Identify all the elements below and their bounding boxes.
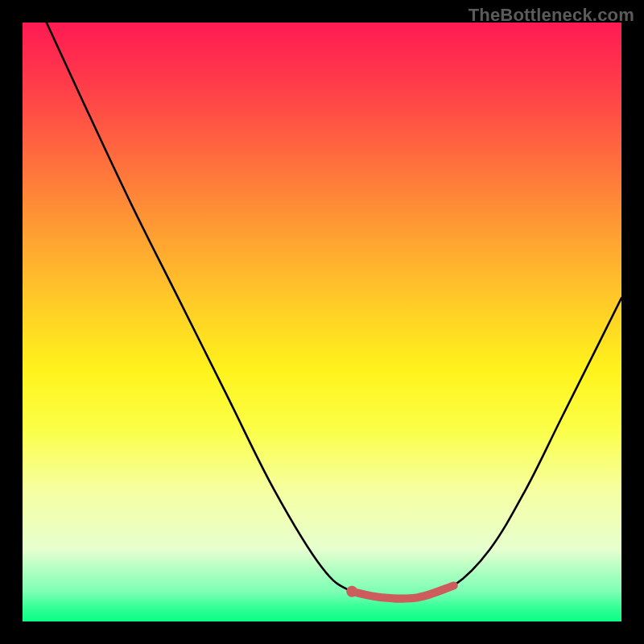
highlight-curve xyxy=(352,585,454,598)
black-curve xyxy=(47,23,621,599)
chart-area xyxy=(23,23,621,621)
highlight-dot xyxy=(346,586,357,597)
chart-svg xyxy=(23,23,621,621)
watermark-text: TheBottleneck.com xyxy=(469,5,634,26)
